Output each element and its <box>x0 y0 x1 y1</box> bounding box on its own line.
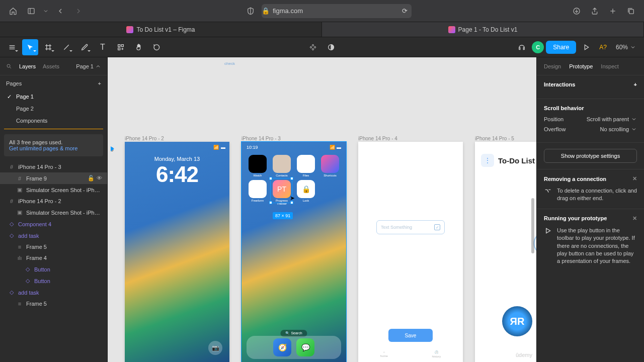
share-button[interactable]: Share <box>546 41 576 54</box>
layer-row[interactable]: ◇add task <box>0 287 107 298</box>
share-icon[interactable] <box>588 4 602 18</box>
layer-row[interactable]: #Frame 9🔓👁 <box>0 172 107 184</box>
overflow-dropdown[interactable]: No scrolling <box>600 126 637 132</box>
add-page-icon[interactable]: + <box>98 80 101 86</box>
tabs-icon[interactable] <box>624 4 638 18</box>
canvas-scrollbar[interactable] <box>531 198 534 253</box>
missing-font-indicator[interactable]: A? <box>596 44 610 51</box>
layer-row[interactable]: ≡Frame 5 <box>0 241 107 252</box>
pencil-tool-icon[interactable] <box>76 39 93 55</box>
hand-tool-icon[interactable] <box>131 39 147 55</box>
tab-prototype[interactable]: Prototype <box>569 63 593 69</box>
removing-tip-text: To delete a connection, click and drag o… <box>557 187 637 203</box>
app-label: Freeform <box>252 199 264 202</box>
zoom-level[interactable]: 60% <box>612 44 640 51</box>
home-icon[interactable] <box>6 4 20 18</box>
artboard-lock-screen[interactable]: 📶▬ Monday, March 13 6:42 📷 <box>125 142 229 362</box>
artboard-home-screen[interactable]: 10:19 📶 ▬ WatchContactsFilesShortcutsFre… <box>242 142 346 362</box>
upgrade-link[interactable]: Get unlimited pages & more <box>9 145 77 151</box>
pen-line-tool-icon[interactable] <box>58 39 74 55</box>
chevron-down-icon[interactable] <box>42 4 49 18</box>
search-icon[interactable] <box>6 63 12 69</box>
close-icon[interactable]: ✕ <box>632 175 637 182</box>
frame-label[interactable]: iPhone 14 Pro - 5 <box>475 136 514 141</box>
main-menu-icon[interactable] <box>4 39 20 55</box>
close-icon[interactable]: ✕ <box>632 215 637 222</box>
play-flow-icon[interactable] <box>111 146 114 151</box>
browser-tab-2[interactable]: Page 1 - To Do List v1 <box>322 22 644 37</box>
layer-row[interactable]: ◇Button <box>0 275 107 287</box>
scroll-behavior-title: Scroll behavior <box>544 105 584 111</box>
layer-type-icon: # <box>8 198 15 204</box>
layer-row[interactable]: ▣Simulator Screen Shot - iPhon... <box>0 184 107 196</box>
battery-icon: ▬ <box>221 145 225 150</box>
layer-row[interactable]: ▣Simulator Screen Shot - iPhon... <box>0 207 107 218</box>
layer-row[interactable]: ◇Button <box>0 263 107 275</box>
download-icon[interactable] <box>570 4 584 18</box>
audio-icon[interactable] <box>514 39 530 55</box>
layer-name: add task <box>18 233 39 239</box>
app-files: Files <box>295 155 317 177</box>
artboard-form[interactable]: Text Something ✓ Save ⌂home 🕑history <box>358 142 463 362</box>
page-item[interactable]: Page 1 <box>0 90 107 103</box>
removing-connection-title: Removing a connection <box>544 176 606 182</box>
todo-title: To-Do List <box>498 156 535 165</box>
bottom-nav: ⌂home 🕑history <box>358 350 463 358</box>
layer-row[interactable]: ılıFrame 4 <box>0 252 107 263</box>
disconnect-icon <box>544 187 552 203</box>
app-icon <box>249 155 267 173</box>
app-lock: 🔒Lock <box>295 180 317 205</box>
shield-icon[interactable] <box>244 4 258 18</box>
layer-name: iPhone 14 Pro - 2 <box>18 198 61 204</box>
layer-row[interactable]: ◇Component 4 <box>0 218 107 230</box>
canvas[interactable]: 3 check iPhone 14 Pro - 2iPhone 14 Pro -… <box>108 57 536 362</box>
back-icon[interactable] <box>53 4 67 18</box>
mask-toggle-icon[interactable] <box>323 39 339 55</box>
layer-row[interactable]: ◇add task <box>0 230 107 241</box>
app-icon <box>321 155 339 173</box>
running-tip-text: Use the play button in the toolbar to pl… <box>557 227 637 265</box>
app-watch: Watch <box>247 155 269 177</box>
page-item[interactable]: Components <box>0 115 107 127</box>
new-tab-icon[interactable] <box>606 4 620 18</box>
frame-tool-icon[interactable] <box>40 39 56 55</box>
app-icon <box>249 180 267 198</box>
page-selector[interactable]: Page 1 <box>76 63 101 69</box>
battery-icon: ▬ <box>337 145 341 150</box>
url-bar[interactable]: 🔒 figma.com ⟳ <box>262 4 412 18</box>
show-prototype-settings-button[interactable]: Show prototype settings <box>544 149 637 163</box>
resources-tool-icon[interactable] <box>113 39 129 55</box>
frame-label[interactable]: iPhone 14 Pro - 2 <box>125 136 164 141</box>
tab-inspect[interactable]: Inspect <box>601 63 618 69</box>
svg-point-23 <box>7 64 10 67</box>
layer-row[interactable]: ≡Frame 5 <box>0 298 107 309</box>
browser-tab-1[interactable]: To Do List v1 – Figma <box>0 22 322 37</box>
visibility-icon[interactable]: 👁 <box>97 175 102 182</box>
component-toggle-icon[interactable] <box>305 39 321 55</box>
layer-row[interactable]: #iPhone 14 Pro - 3 <box>0 161 107 172</box>
layer-row[interactable]: #iPhone 14 Pro - 2 <box>0 196 107 207</box>
tab-assets[interactable]: Assets <box>43 63 59 69</box>
app-icon: 🔒 <box>297 180 315 198</box>
sidebar-icon[interactable] <box>24 4 38 18</box>
tab-design[interactable]: Design <box>544 63 561 69</box>
overflow-label: Overflow <box>544 126 566 132</box>
page-item[interactable]: Page 2 <box>0 103 107 115</box>
layer-name: iPhone 14 Pro - 3 <box>18 164 61 170</box>
figma-toolbar: T C Share A? 60% <box>0 37 644 57</box>
text-tool-icon[interactable]: T <box>95 39 111 55</box>
frame-label[interactable]: iPhone 14 Pro - 3 <box>242 136 281 141</box>
layer-name: Simulator Screen Shot - iPhon... <box>26 210 102 216</box>
tab-layers[interactable]: Layers <box>19 63 36 69</box>
user-avatar[interactable]: C <box>532 41 544 53</box>
check-label: check <box>224 61 235 66</box>
unlock-icon[interactable]: 🔓 <box>88 175 95 182</box>
status-bar: 10:19 📶 ▬ <box>242 142 346 153</box>
comment-tool-icon[interactable] <box>149 39 165 55</box>
position-dropdown[interactable]: Scroll with parent <box>587 116 637 122</box>
frame-label[interactable]: iPhone 14 Pro - 4 <box>358 136 397 141</box>
add-interaction-icon[interactable]: + <box>634 81 637 87</box>
move-tool-icon[interactable] <box>22 39 38 55</box>
reload-icon[interactable]: ⟳ <box>402 7 412 15</box>
present-icon[interactable] <box>578 39 594 55</box>
